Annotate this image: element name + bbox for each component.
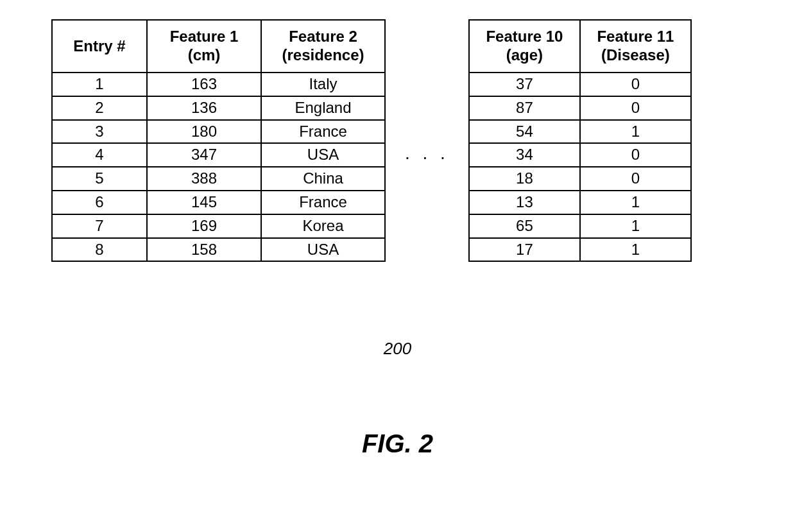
cell-feature2: Korea [261,214,385,238]
cell-feature10: 17 [469,238,580,262]
table-row: 2 136 England [52,96,385,120]
table-row: 1 163 Italy [52,73,385,96]
header-feature11: Feature 11 (Disease) [580,20,691,73]
cell-entry: 6 [52,191,147,214]
cell-feature10: 13 [469,191,580,214]
cell-feature10: 34 [469,143,580,167]
table-row: 17 1 [469,238,691,262]
reference-number: 200 [0,339,795,359]
cell-entry: 2 [52,96,147,120]
cell-feature11: 0 [580,143,691,167]
cell-entry: 7 [52,214,147,238]
cell-entry: 1 [52,73,147,96]
table-row: 3 180 France [52,120,385,144]
cell-feature1: 158 [147,238,261,262]
cell-feature2: USA [261,143,385,167]
ellipsis: . . . [386,143,468,164]
cell-feature11: 0 [580,167,691,191]
table-row: 34 0 [469,143,691,167]
feature-table-left: Entry # Feature 1 (cm) Feature 2 (reside… [51,19,386,262]
figure-container: Entry # Feature 1 (cm) Feature 2 (reside… [0,0,795,262]
table-row: 87 0 [469,96,691,120]
cell-entry: 5 [52,167,147,191]
cell-feature10: 87 [469,96,580,120]
table-row: 6 145 France [52,191,385,214]
header-entry: Entry # [52,20,147,73]
cell-feature2: China [261,167,385,191]
header-feature2: Feature 2 (residence) [261,20,385,73]
table-row: 37 0 [469,73,691,96]
cell-feature1: 169 [147,214,261,238]
cell-feature2: Italy [261,73,385,96]
cell-feature10: 18 [469,167,580,191]
header-feature10: Feature 10 (age) [469,20,580,73]
cell-feature11: 1 [580,214,691,238]
cell-feature11: 0 [580,73,691,96]
cell-feature1: 180 [147,120,261,144]
cell-feature1: 347 [147,143,261,167]
table-row: 5 388 China [52,167,385,191]
figure-title: FIG. 2 [0,429,795,458]
table-row: 7 169 Korea [52,214,385,238]
cell-feature2: England [261,96,385,120]
cell-feature11: 0 [580,96,691,120]
cell-feature1: 388 [147,167,261,191]
table-row: 65 1 [469,214,691,238]
cell-feature1: 163 [147,73,261,96]
cell-feature2: France [261,120,385,144]
cell-feature2: France [261,191,385,214]
table-row: 18 0 [469,167,691,191]
cell-feature11: 1 [580,120,691,144]
cell-feature1: 145 [147,191,261,214]
cell-feature11: 1 [580,238,691,262]
cell-feature11: 1 [580,191,691,214]
table-row: 8 158 USA [52,238,385,262]
table-row: 54 1 [469,120,691,144]
header-feature1: Feature 1 (cm) [147,20,261,73]
feature-table-right: Feature 10 (age) Feature 11 (Disease) 37… [468,19,692,262]
cell-entry: 3 [52,120,147,144]
cell-entry: 8 [52,238,147,262]
cell-feature10: 37 [469,73,580,96]
cell-feature10: 65 [469,214,580,238]
table-row: 13 1 [469,191,691,214]
cell-feature2: USA [261,238,385,262]
cell-entry: 4 [52,143,147,167]
cell-feature10: 54 [469,120,580,144]
table-row: 4 347 USA [52,143,385,167]
cell-feature1: 136 [147,96,261,120]
